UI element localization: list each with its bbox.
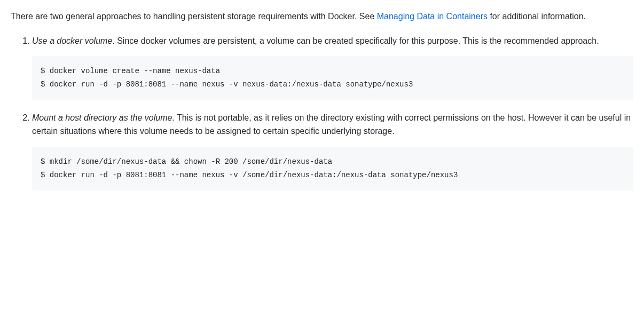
list-item: Use a docker volume. Since docker volume… [32,34,633,100]
code-block: $ docker volume create --name nexus-data… [32,56,633,100]
item-emphasis: Use a docker volume [32,36,112,45]
code-block: $ mkdir /some/dir/nexus-data && chown -R… [32,147,633,191]
item-emphasis: Mount a host directory as the volume [32,113,172,122]
item-description: Mount a host directory as the volume. Th… [32,111,633,138]
item-rest: . Since docker volumes are persistent, a… [112,36,599,45]
managing-data-link[interactable]: Managing Data in Containers [377,12,488,21]
intro-before: There are two general approaches to hand… [11,12,377,21]
intro-after: for additional information. [488,12,586,21]
list-item: Mount a host directory as the volume. Th… [32,111,633,191]
approach-list: Use a docker volume. Since docker volume… [11,34,633,191]
intro-paragraph: There are two general approaches to hand… [11,10,633,23]
item-description: Use a docker volume. Since docker volume… [32,34,633,48]
